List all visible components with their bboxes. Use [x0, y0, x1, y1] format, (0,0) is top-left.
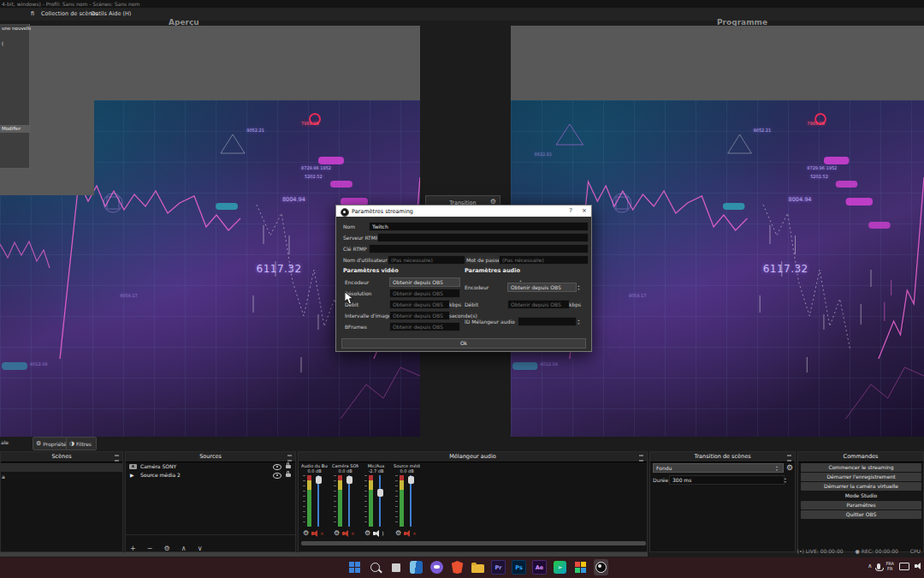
menu-help[interactable]: Aide (H) — [109, 10, 131, 17]
speaker-icon[interactable] — [373, 530, 381, 537]
overlay-number: 8729.96 1952 — [301, 165, 331, 170]
brave-browser-icon[interactable] — [450, 560, 465, 575]
password-field[interactable]: (Pas nécessaire) — [499, 255, 589, 265]
start-button-icon[interactable] — [347, 560, 362, 575]
transition-type-combo[interactable]: Fondu — [653, 463, 784, 473]
spinner-icon[interactable]: ▴▾ — [567, 284, 590, 291]
lock-icon[interactable] — [286, 465, 291, 468]
transitions-panel-title[interactable]: Transition de scènes — [650, 452, 795, 462]
context-menu-item-modifier[interactable]: Modifier — [0, 125, 31, 133]
green-arrow-app-icon[interactable]: ➢ — [553, 560, 567, 575]
obs-studio-icon-active[interactable] — [594, 560, 608, 575]
close-button[interactable]: × — [579, 207, 589, 214]
properties-button[interactable]: ⚙ Propriétés — [33, 437, 70, 450]
pin-icon[interactable] — [115, 455, 119, 462]
menu-fragment[interactable]: fi — [31, 10, 34, 17]
mute-icon[interactable] — [342, 530, 350, 537]
bframes-field[interactable]: Obtenir depuis OBS — [389, 322, 460, 331]
slider-handle[interactable] — [408, 476, 414, 484]
encoder-label: Encodeur — [345, 279, 369, 285]
mixer-scrollbar[interactable] — [301, 541, 646, 545]
tray-chevron-icon[interactable]: ∧ — [868, 563, 872, 569]
bitrate-field[interactable]: Obtenir depuis OBS — [389, 300, 450, 309]
ok-button[interactable]: Ok — [341, 338, 586, 349]
menu-tools[interactable]: Outils — [91, 10, 107, 17]
pin-icon[interactable] — [787, 455, 791, 462]
start-recording-button[interactable]: Démarrer l'enregistrement — [801, 473, 921, 481]
source-row[interactable]: Caméra SONY — [126, 462, 295, 471]
spinner-icon[interactable]: ▴▾ — [567, 319, 590, 325]
eye-icon[interactable] — [273, 473, 281, 479]
slider-handle[interactable] — [377, 489, 383, 497]
settings-button[interactable]: Paramètres — [801, 501, 921, 509]
start-streaming-button[interactable]: Commencer le streaming — [801, 463, 921, 472]
slider-handle[interactable] — [316, 476, 322, 484]
volume-slider[interactable] — [379, 475, 381, 527]
gear-icon[interactable]: ⚙ — [334, 529, 340, 537]
window-titlebar[interactable]: 4-bit, windows) - Profil: Sans nom - Scè… — [0, 0, 924, 8]
audio-encoder-combo[interactable]: Obtenir depuis OBS — [507, 283, 577, 292]
studio-mode-button[interactable]: Mode Studio — [801, 492, 921, 500]
chat-app-icon[interactable] — [429, 560, 444, 575]
source-row[interactable]: ▶ Source média 2 — [126, 471, 295, 480]
remove-source-icon[interactable]: − — [147, 545, 153, 552]
task-view-icon[interactable] — [388, 560, 403, 575]
after-effects-icon[interactable]: Ae — [532, 560, 547, 575]
file-explorer-icon[interactable] — [471, 560, 485, 575]
volume-slider[interactable] — [348, 475, 350, 527]
dock-scrollbar[interactable] — [0, 552, 648, 557]
volume-slider[interactable] — [410, 475, 412, 527]
context-menu-item[interactable]: une nouvelle cl — [0, 26, 31, 31]
dialog-titlebar[interactable]: Paramètres streaming ? × — [336, 206, 591, 217]
rtmp-key-field[interactable] — [369, 244, 589, 253]
start-virtualcam-button[interactable]: Démarrer la caméra virtuelle — [801, 482, 921, 491]
volume-icon[interactable] — [915, 563, 922, 569]
encoder-combo[interactable]: Obtenir depuis OBS — [389, 277, 460, 287]
slider-handle[interactable] — [346, 476, 352, 484]
mute-icon[interactable] — [311, 530, 319, 537]
photoshop-icon[interactable]: Ps — [512, 560, 526, 575]
premiere-pro-icon[interactable]: Pr — [491, 560, 506, 575]
controls-panel-title[interactable]: Commandes — [798, 452, 923, 462]
move-up-icon[interactable]: ∧ — [181, 545, 187, 552]
add-source-icon[interactable]: + — [130, 545, 136, 552]
pin-icon[interactable] — [287, 455, 292, 462]
scenes-panel-title[interactable]: Scènes — [1, 452, 122, 462]
transition-gear-icon[interactable]: ⚙ — [786, 463, 793, 472]
spinner-icon[interactable]: ▴▾ — [776, 465, 778, 472]
mute-icon[interactable] — [404, 530, 412, 537]
username-field[interactable]: (Pas nécessaire) — [388, 255, 465, 265]
rtmp-server-field[interactable] — [377, 233, 589, 242]
scene-row-selected[interactable] — [1, 463, 122, 472]
context-menu-item[interactable]: ( — [0, 41, 31, 46]
source-properties-icon[interactable]: ⚙ — [164, 545, 170, 552]
duration-field[interactable]: 300 ms — [669, 475, 785, 485]
menu-scene-collection[interactable]: Collection de scènes — [41, 10, 98, 17]
spinner-icon[interactable]: ▴▾ — [777, 477, 794, 484]
mixer-panel-title[interactable]: Mélangeur audio — [299, 452, 647, 462]
filters-button[interactable]: ◑ Filtres — [66, 437, 97, 450]
gear-icon[interactable]: ⚙ — [395, 529, 401, 537]
sources-panel-title[interactable]: Sources — [126, 452, 295, 462]
lock-icon[interactable] — [286, 474, 291, 477]
colorful-app-icon[interactable] — [573, 560, 588, 575]
pin-icon[interactable] — [639, 455, 643, 462]
gear-icon[interactable]: ⚙ — [364, 529, 370, 537]
microphone-icon[interactable] — [877, 563, 880, 569]
blue-app-icon[interactable] — [409, 560, 424, 575]
keyframe-field[interactable]: Obtenir depuis OBS — [389, 311, 450, 320]
audio-bitrate-field[interactable]: Obtenir depuis OBS — [507, 300, 570, 309]
help-button[interactable]: ? — [566, 207, 576, 214]
volume-slider[interactable] — [317, 475, 319, 527]
resolution-field[interactable]: Obtenir depuis OBS — [389, 289, 460, 298]
quit-button[interactable]: Quitter OBS — [801, 510, 921, 519]
name-field[interactable]: Twitch — [369, 222, 589, 231]
eye-icon[interactable] — [273, 464, 281, 470]
gear-icon[interactable]: ⚙ — [303, 529, 309, 537]
scene-row[interactable]: a — [1, 473, 122, 481]
search-icon[interactable] — [368, 560, 382, 575]
video-section-title: Paramètres vidéo — [343, 267, 399, 274]
move-down-icon[interactable]: ∨ — [198, 545, 203, 552]
touch-keyboard-icon[interactable] — [899, 563, 909, 570]
language-indicator[interactable]: FRAFR — [886, 561, 894, 571]
